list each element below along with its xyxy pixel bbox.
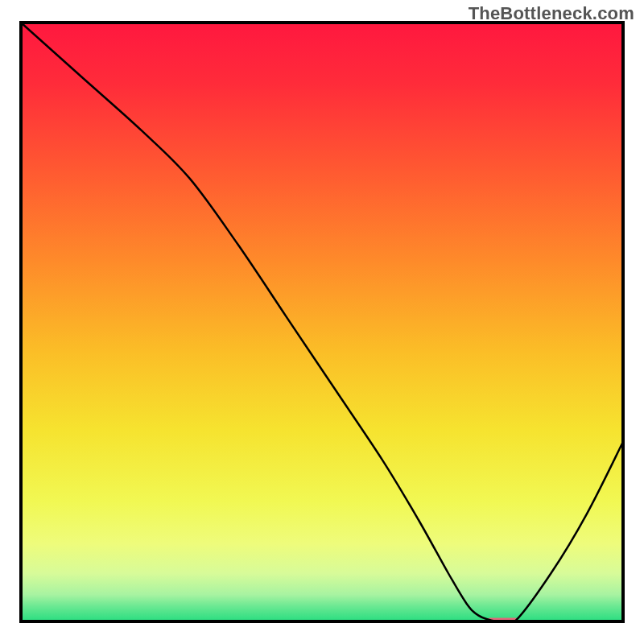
watermark-text: TheBottleneck.com: [469, 3, 634, 24]
gradient-background: [21, 23, 623, 621]
chart-canvas: [0, 0, 644, 644]
bottleneck-chart: TheBottleneck.com: [0, 0, 644, 644]
